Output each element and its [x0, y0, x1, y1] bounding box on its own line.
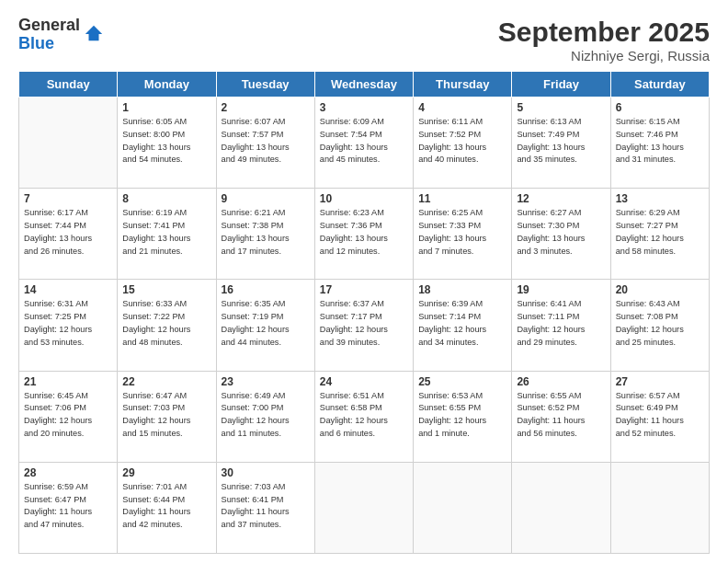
day-info: Sunrise: 6:31 AMSunset: 7:25 PMDaylight:… [24, 298, 112, 349]
day-info: Sunrise: 6:33 AMSunset: 7:22 PMDaylight:… [122, 298, 210, 349]
day-cell: 14Sunrise: 6:31 AMSunset: 7:25 PMDayligh… [19, 280, 118, 371]
day-number: 13 [616, 192, 704, 205]
day-cell: 3Sunrise: 6:09 AMSunset: 7:54 PMDaylight… [314, 98, 413, 189]
day-cell: 11Sunrise: 6:25 AMSunset: 7:33 PMDayligh… [414, 189, 512, 280]
logo: General Blue [18, 17, 104, 53]
day-number: 22 [122, 375, 210, 388]
day-info: Sunrise: 6:17 AMSunset: 7:44 PMDaylight:… [24, 207, 112, 258]
day-cell: 26Sunrise: 6:55 AMSunset: 6:52 PMDayligh… [512, 371, 610, 462]
day-number: 3 [320, 101, 408, 114]
logo-icon [84, 24, 104, 44]
day-number: 20 [616, 283, 704, 296]
day-number: 8 [122, 192, 210, 205]
day-cell: 18Sunrise: 6:39 AMSunset: 7:14 PMDayligh… [414, 280, 512, 371]
day-number: 29 [122, 466, 210, 479]
day-number: 1 [122, 101, 210, 114]
day-number: 24 [320, 375, 408, 388]
day-cell: 29Sunrise: 7:01 AMSunset: 6:44 PMDayligh… [118, 462, 216, 553]
day-cell: 30Sunrise: 7:03 AMSunset: 6:41 PMDayligh… [216, 462, 314, 553]
day-number: 2 [222, 101, 310, 114]
day-cell: 1Sunrise: 6:05 AMSunset: 8:00 PMDaylight… [118, 98, 216, 189]
day-cell: 9Sunrise: 6:21 AMSunset: 7:38 PMDaylight… [216, 189, 314, 280]
week-row-3: 14Sunrise: 6:31 AMSunset: 7:25 PMDayligh… [19, 280, 710, 371]
week-row-1: 1Sunrise: 6:05 AMSunset: 8:00 PMDaylight… [19, 98, 710, 189]
day-number: 14 [24, 283, 112, 296]
title-block: September 2025 Nizhniye Sergi, Russia [498, 17, 710, 63]
day-info: Sunrise: 6:57 AMSunset: 6:49 PMDaylight:… [616, 390, 704, 441]
day-number: 25 [418, 375, 506, 388]
day-number: 11 [418, 192, 506, 205]
day-cell [512, 462, 610, 553]
day-cell: 17Sunrise: 6:37 AMSunset: 7:17 PMDayligh… [314, 280, 413, 371]
day-info: Sunrise: 7:03 AMSunset: 6:41 PMDaylight:… [222, 481, 310, 532]
week-row-4: 21Sunrise: 6:45 AMSunset: 7:06 PMDayligh… [19, 371, 710, 462]
day-cell: 25Sunrise: 6:53 AMSunset: 6:55 PMDayligh… [414, 371, 512, 462]
day-cell: 21Sunrise: 6:45 AMSunset: 7:06 PMDayligh… [19, 371, 118, 462]
day-number: 19 [517, 283, 605, 296]
day-info: Sunrise: 6:23 AMSunset: 7:36 PMDaylight:… [320, 207, 408, 258]
day-number: 16 [222, 283, 310, 296]
day-cell: 20Sunrise: 6:43 AMSunset: 7:08 PMDayligh… [610, 280, 709, 371]
day-cell: 6Sunrise: 6:15 AMSunset: 7:46 PMDaylight… [610, 98, 709, 189]
day-cell: 28Sunrise: 6:59 AMSunset: 6:47 PMDayligh… [19, 462, 118, 553]
day-cell: 4Sunrise: 6:11 AMSunset: 7:52 PMDaylight… [414, 98, 512, 189]
header-row: Sunday Monday Tuesday Wednesday Thursday… [19, 72, 710, 98]
day-cell: 2Sunrise: 6:07 AMSunset: 7:57 PMDaylight… [216, 98, 314, 189]
day-info: Sunrise: 6:47 AMSunset: 7:03 PMDaylight:… [122, 390, 210, 441]
day-number: 4 [418, 101, 506, 114]
day-info: Sunrise: 6:21 AMSunset: 7:38 PMDaylight:… [222, 207, 310, 258]
day-info: Sunrise: 6:07 AMSunset: 7:57 PMDaylight:… [222, 116, 310, 167]
day-info: Sunrise: 6:43 AMSunset: 7:08 PMDaylight:… [616, 298, 704, 349]
col-saturday: Saturday [610, 72, 709, 98]
day-info: Sunrise: 6:59 AMSunset: 6:47 PMDaylight:… [24, 481, 112, 532]
col-tuesday: Tuesday [216, 72, 314, 98]
page: General Blue September 2025 Nizhniye Ser… [0, 0, 728, 563]
day-number: 28 [24, 466, 112, 479]
logo-blue: Blue [18, 35, 80, 53]
day-cell [414, 462, 512, 553]
day-info: Sunrise: 6:49 AMSunset: 7:00 PMDaylight:… [222, 390, 310, 441]
day-cell: 16Sunrise: 6:35 AMSunset: 7:19 PMDayligh… [216, 280, 314, 371]
col-wednesday: Wednesday [314, 72, 413, 98]
day-number: 7 [24, 192, 112, 205]
logo-text: General Blue [18, 17, 80, 53]
col-friday: Friday [512, 72, 610, 98]
header: General Blue September 2025 Nizhniye Ser… [18, 17, 710, 63]
col-sunday: Sunday [19, 72, 118, 98]
day-info: Sunrise: 7:01 AMSunset: 6:44 PMDaylight:… [122, 481, 210, 532]
day-cell: 8Sunrise: 6:19 AMSunset: 7:41 PMDaylight… [118, 189, 216, 280]
day-info: Sunrise: 6:13 AMSunset: 7:49 PMDaylight:… [517, 116, 605, 167]
day-number: 9 [222, 192, 310, 205]
week-row-2: 7Sunrise: 6:17 AMSunset: 7:44 PMDaylight… [19, 189, 710, 280]
day-number: 21 [24, 375, 112, 388]
day-info: Sunrise: 6:39 AMSunset: 7:14 PMDaylight:… [418, 298, 506, 349]
day-info: Sunrise: 6:05 AMSunset: 8:00 PMDaylight:… [122, 116, 210, 167]
day-info: Sunrise: 6:55 AMSunset: 6:52 PMDaylight:… [517, 390, 605, 441]
day-cell: 12Sunrise: 6:27 AMSunset: 7:30 PMDayligh… [512, 189, 610, 280]
day-number: 15 [122, 283, 210, 296]
day-number: 17 [320, 283, 408, 296]
week-row-5: 28Sunrise: 6:59 AMSunset: 6:47 PMDayligh… [19, 462, 710, 553]
day-info: Sunrise: 6:09 AMSunset: 7:54 PMDaylight:… [320, 116, 408, 167]
day-cell: 24Sunrise: 6:51 AMSunset: 6:58 PMDayligh… [314, 371, 413, 462]
day-info: Sunrise: 6:19 AMSunset: 7:41 PMDaylight:… [122, 207, 210, 258]
day-cell: 10Sunrise: 6:23 AMSunset: 7:36 PMDayligh… [314, 189, 413, 280]
day-info: Sunrise: 6:51 AMSunset: 6:58 PMDaylight:… [320, 390, 408, 441]
logo-general: General [18, 17, 80, 35]
day-cell: 13Sunrise: 6:29 AMSunset: 7:27 PMDayligh… [610, 189, 709, 280]
day-info: Sunrise: 6:27 AMSunset: 7:30 PMDaylight:… [517, 207, 605, 258]
day-cell [19, 98, 118, 189]
day-info: Sunrise: 6:15 AMSunset: 7:46 PMDaylight:… [616, 116, 704, 167]
day-cell: 15Sunrise: 6:33 AMSunset: 7:22 PMDayligh… [118, 280, 216, 371]
day-cell [314, 462, 413, 553]
day-number: 5 [517, 101, 605, 114]
day-info: Sunrise: 6:29 AMSunset: 7:27 PMDaylight:… [616, 207, 704, 258]
subtitle: Nizhniye Sergi, Russia [498, 48, 710, 63]
day-info: Sunrise: 6:53 AMSunset: 6:55 PMDaylight:… [418, 390, 506, 441]
col-thursday: Thursday [414, 72, 512, 98]
day-number: 18 [418, 283, 506, 296]
day-info: Sunrise: 6:25 AMSunset: 7:33 PMDaylight:… [418, 207, 506, 258]
day-number: 10 [320, 192, 408, 205]
day-number: 6 [616, 101, 704, 114]
day-info: Sunrise: 6:37 AMSunset: 7:17 PMDaylight:… [320, 298, 408, 349]
